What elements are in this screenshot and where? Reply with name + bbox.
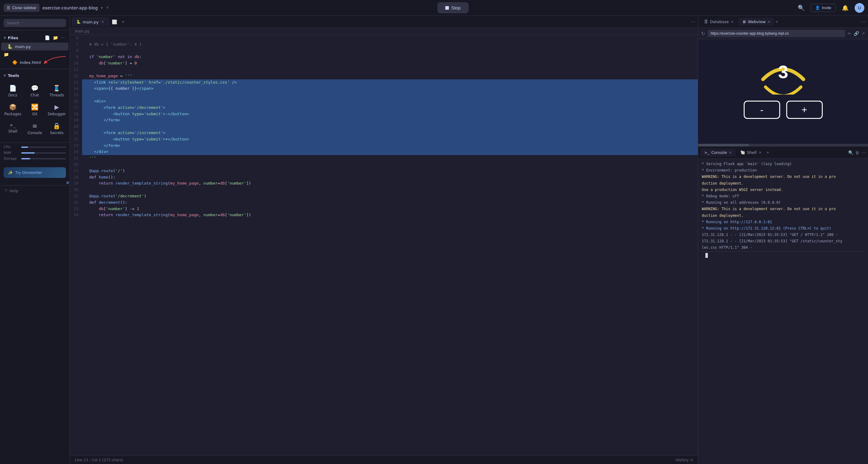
webview-link-button[interactable]: 🔗 [854,31,859,36]
code-editor[interactable]: 6 7 # db = { 'number': 0 } 8 9 if 'numbe… [70,35,698,456]
stop-button[interactable]: Stop [438,2,468,13]
counter-increment-button[interactable]: + [786,100,823,119]
webview-scrollbar-thumb [698,144,749,146]
shell-tab-icon: 🐚 [740,150,745,155]
cpu-bar-fill [21,147,28,148]
refresh-button[interactable]: ↻ [701,31,705,36]
tool-console[interactable]: ≡ Console [24,120,45,138]
console-line-8: WARNING: This is a development server. D… [702,206,864,212]
tab-mainpy[interactable]: 🐍 main.py ✕ [72,18,109,26]
tab-shell-close[interactable]: ✕ [758,150,762,155]
files-more-button[interactable]: ⋯ [60,35,66,41]
tab-webview-close[interactable]: ✕ [767,20,770,24]
more-tabs-button[interactable]: ⋯ [690,19,695,25]
sidebar-toggle-button[interactable]: ☰ Close sidebar [4,4,39,12]
code-line-33: 33 db['number'] -= 1 [70,206,698,212]
tool-packages-label: Packages [4,112,21,116]
tools-section: ▼ Tools 📄 Docs 💬 Chat 🧵 Threads [0,69,70,142]
tool-secrets[interactable]: 🔒 Secrets [46,120,67,138]
hamburger-icon: ☰ [7,5,10,10]
tool-debugger[interactable]: ▶ Debugger [46,101,67,119]
smiley-face-svg: 3 [753,64,814,94]
threads-icon: 🧵 [53,85,60,92]
ram-bar-bg [21,152,66,153]
console-line-3: WARNING: This is a development server. D… [702,174,864,180]
webview-url-input[interactable] [708,30,845,37]
connection-status-icon: ⚡ [106,5,109,11]
tool-chat[interactable]: 💬 Chat [24,82,45,100]
tool-shell[interactable]: >_ Shell [2,120,23,138]
packages-icon: 📦 [9,104,17,111]
help-button[interactable]: ? Help [0,185,70,196]
panel-tabs-right: ⋯ [861,19,866,25]
tools-section-header[interactable]: ▼ Tools [0,71,70,80]
code-line-31: 31 @app.route('/decrement') [70,193,698,200]
history-button[interactable]: History ↺ [676,458,693,462]
counter-decrement-button[interactable]: - [744,100,780,119]
topbar: ☰ Close sidebar exercise-counter-app-blo… [0,0,868,16]
console-line-4: duction deployment. [702,181,864,186]
invite-button[interactable]: 👤 Invite [811,4,836,12]
tab-close-mainpy[interactable]: ✕ [101,20,105,24]
code-lines: 6 7 # db = { 'number': 0 } 8 9 if 'numbe… [70,35,698,218]
code-line-9: 9 if 'number' not in db: [70,54,698,60]
cpu-label: CPU [4,145,19,149]
tab-shell[interactable]: 🐚 Shell ✕ [737,149,765,156]
file-item-indexhtml[interactable]: 🔶 index.html ⋯ [1,58,68,66]
tool-docs[interactable]: 📄 Docs [2,82,23,100]
notifications-button[interactable]: 🔔 [841,3,850,12]
console-line-7: * Running on all addresses (0.0.0.0) [702,200,864,206]
file-item-mainpy[interactable]: 🐍 main.py ⋯ [1,42,68,51]
add-tab-button[interactable]: + [120,19,126,25]
code-line-22: 22 <button type='submit'>+</button> [70,136,698,143]
console-more-button[interactable]: ⋯ [861,150,866,155]
console-tabs: >_ Console ✕ 🐚 Shell ✕ + 🔍 🗑 ⋯ [698,147,868,159]
ghostwriter-close-button[interactable]: ✕ [66,180,70,185]
console-line-6: * Debug mode: off [702,193,864,199]
files-section-header[interactable]: ▼ Files 📄 📁 ⋯ [0,33,70,42]
search-button[interactable]: 🔍 [797,3,806,12]
console-tab-icon: >_ [704,150,709,155]
arrow-container: 🔶 index.html ⋯ [0,58,70,66]
ram-label: RAM [4,151,19,155]
tool-packages[interactable]: 📦 Packages [2,101,23,119]
tool-git[interactable]: 🔀 Git [24,101,45,119]
code-line-21: 21 <form action='/increment'> [70,130,698,136]
webview-icon: 🖥 [742,20,746,24]
project-dropdown-icon[interactable]: ▾ [101,6,103,10]
add-panel-tab-button[interactable]: + [775,19,778,25]
tab-mainpy-label: main.py [83,20,99,24]
new-file-button[interactable]: 📄 [44,35,51,41]
tab-database-close[interactable]: ✕ [731,20,734,24]
console-line-12: 172.31.128.1 - - [21/Mar/2023 01:35:53] … [702,232,864,238]
avatar[interactable]: U [855,3,864,13]
webview-scrollbar[interactable] [698,144,868,146]
webview-edit-button[interactable]: ✏ [848,31,851,36]
cpu-resource-row: CPU [4,145,66,149]
code-line-11: 11 [70,66,698,73]
copy-tab-button[interactable]: ⬜ [110,18,119,26]
console-clear-button[interactable]: 🗑 [855,150,860,155]
code-line-12: 12 my_home_page = ''' [70,73,698,79]
console-line-10: * Running on http://127.0.0.1:81 [702,219,864,225]
tab-webview[interactable]: 🖥 Webview ✕ [739,18,774,26]
editor-breadcrumb: main.py [70,28,698,35]
code-line-14: 14 <span>{{ number }}</span> [70,85,698,92]
add-console-tab-button[interactable]: + [767,150,769,155]
sidebar: ▼ Files 📄 📁 ⋯ 🐍 main.py ⋯ 📁 [0,16,70,464]
ghostwriter-button[interactable]: ✨ Try Ghostwriter [4,167,66,178]
tab-console[interactable]: >_ Console ✕ [701,149,736,156]
webview-open-button[interactable]: ↗ [861,31,865,36]
panel-more-button[interactable]: ⋯ [861,19,866,25]
search-input[interactable] [4,19,66,27]
tab-database[interactable]: 🗄 Database ✕ [701,18,737,26]
tool-git-label: Git [32,112,37,116]
folder-item-templates[interactable]: 📁 [0,51,70,58]
right-panel: 🗄 Database ✕ 🖥 Webview ✕ + ⋯ ↻ ✏ 🔗 [698,16,868,464]
new-folder-button[interactable]: 📁 [52,35,59,41]
console-line-9: duction deployment. [702,213,864,219]
console-search-button[interactable]: 🔍 [848,150,854,155]
tool-threads[interactable]: 🧵 Threads [46,82,67,100]
tab-console-close[interactable]: ✕ [729,150,732,155]
file-name-mainpy: main.py [15,45,31,49]
